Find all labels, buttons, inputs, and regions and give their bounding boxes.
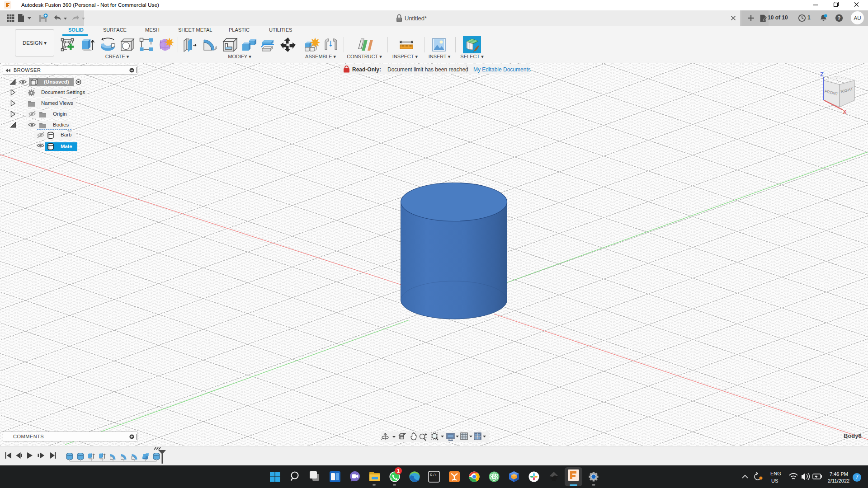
svg-text:Z: Z (820, 71, 824, 78)
svg-text:X: X (843, 108, 847, 115)
svg-text:?: ? (838, 15, 841, 21)
svg-text:1: 1 (397, 468, 400, 474)
svg-text:C:\_: C:\_ (430, 473, 439, 477)
